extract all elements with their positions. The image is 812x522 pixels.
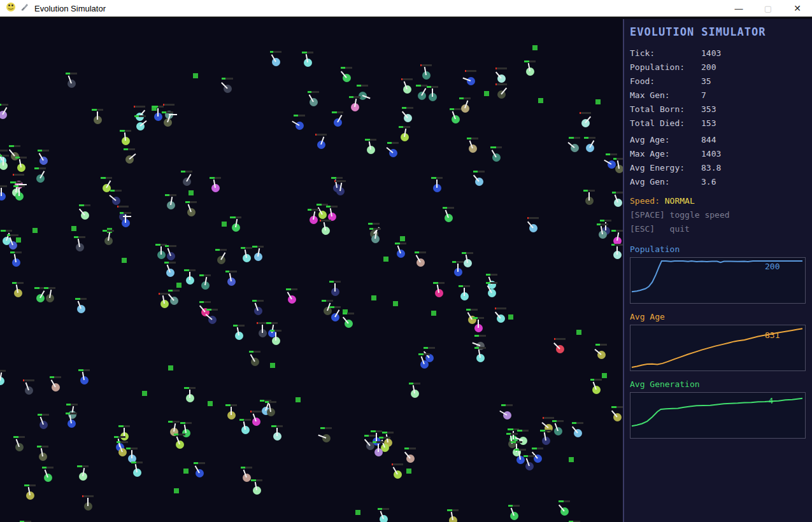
creature [397,250,405,258]
creature-energy-fill [418,353,424,355]
creature-heading-line [97,111,98,120]
creature-energy-fill [252,300,257,302]
panel-title: EVOLUTION SIMULATOR [630,25,804,38]
creature-energy-fill [322,300,326,302]
creature-energy-fill [450,108,454,110]
creature-energy-fill [462,252,466,254]
creature-energy-fill [78,369,83,371]
creature-energy-fill [399,126,403,128]
creature-energy-fill [110,190,115,192]
creature-energy-fill [515,449,519,451]
creature-energy-bar [331,177,343,179]
help-line-esc: [ESC] quit [630,222,804,236]
creature-energy-bar [320,220,331,222]
creature-energy-bar [364,435,376,437]
food-item [371,295,376,300]
creature-energy-fill [152,106,158,108]
stats-counts: Tick:1403 Population:200 Food:35 Max Gen… [630,46,804,130]
creature-energy-bar [315,134,327,136]
creature-energy-fill [392,463,393,465]
close-button[interactable]: ✕ [783,0,812,17]
creature-energy-fill [552,420,557,422]
creature-energy-bar [77,465,89,467]
creature-energy-fill [524,60,529,62]
creature [166,269,175,277]
creature-energy-fill [395,243,400,244]
creature-energy-fill [554,338,555,340]
creature-energy-fill [320,427,325,429]
creature-energy-bar [233,325,245,327]
speed-value: NORMAL [665,196,695,206]
maximize-button[interactable]: ▢ [753,0,783,17]
creature-energy-fill [569,137,574,139]
creature-energy-bar [42,467,53,469]
stat-row-total-born: Total Born:353 [630,102,804,116]
creature-energy-bar [433,282,445,284]
creature-energy-bar [349,96,360,98]
creature-energy-fill [486,274,490,276]
creature-energy-fill [117,206,118,208]
chart-title-avg-age: Avg Age [630,312,804,321]
creature [25,386,33,395]
creature-energy-fill [126,448,131,449]
creature-energy-bar [110,190,122,192]
creature-energy-bar [418,353,430,355]
creature-energy-bar [152,106,164,108]
titlebar-icons [0,2,29,15]
creature-energy-bar [595,344,607,346]
creature-energy-fill [334,180,336,182]
creature-energy-fill [369,228,373,230]
creature-energy-bar [490,146,502,148]
side-panel: EVOLUTION SIMULATOR Tick:1403 Population… [624,19,812,522]
food-item [431,311,436,316]
creature [252,418,260,426]
creature-energy-bar [409,383,420,384]
creature-energy-bar [612,192,623,194]
creature-energy-bar [402,107,413,109]
creature-energy-fill [357,85,361,87]
creature-energy-bar [447,509,459,511]
stat-row-population: Population:200 [630,60,804,74]
creature-energy-fill [517,430,522,432]
creature-energy-fill [233,325,238,327]
avg-generation-chart: 4 [630,392,806,439]
creature [525,462,534,470]
creature-energy-bar [450,108,461,110]
chart-title-population: Population [630,244,804,254]
stat-label: Population: [630,60,701,74]
food-item [183,469,189,474]
creature-energy-bar [75,298,87,300]
creature-energy-bar [181,171,192,173]
creature-energy-fill [302,52,307,53]
creature-energy-bar [215,249,227,251]
creature-energy-bar [103,230,114,232]
creature-energy-fill [294,115,298,116]
creature-energy-fill [66,404,71,406]
creature-energy-bar [415,251,426,253]
creature-energy-bar [23,379,34,381]
creature-energy-bar [420,64,432,66]
food-item [142,391,147,396]
creature-energy-bar [114,436,125,438]
creature-energy-bar [74,236,85,238]
food-item [32,228,38,233]
minimize-button[interactable]: — [724,0,753,17]
creature-energy-fill [159,293,160,295]
creature-energy-fill [206,309,211,311]
creature-energy-fill [101,177,106,179]
creature-energy-bar [392,463,403,465]
creature-energy-fill [241,247,245,249]
food-item [122,258,127,263]
creature-energy-fill [230,216,236,218]
creature [554,427,562,435]
creature [322,434,331,442]
creature-energy-fill [590,379,594,381]
creature-energy-bar [222,78,233,80]
creature-energy-fill [44,287,48,289]
creature-energy-bar [329,281,341,283]
creature-energy-fill [443,207,447,209]
creature-energy-bar [239,419,251,421]
creature-energy-bar [241,467,252,469]
creature-energy-bar [511,441,522,443]
stat-label: Max Gen: [630,88,701,102]
